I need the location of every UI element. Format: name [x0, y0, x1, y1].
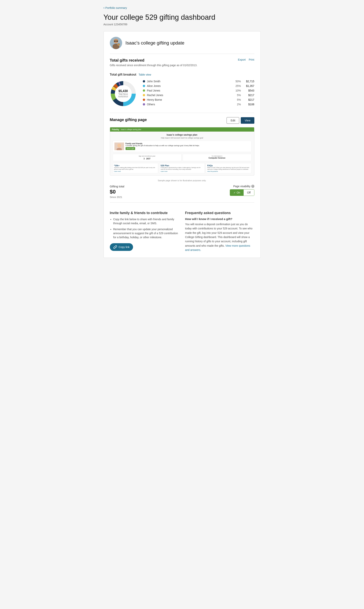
page-title: Your college 529 gifting dashboard — [104, 13, 261, 22]
legend-pct-3: 10% — [233, 89, 241, 92]
svg-point-7 — [117, 43, 119, 44]
legend-amount-1: $2,715 — [243, 80, 254, 83]
legend-dot-1 — [143, 80, 145, 82]
legend-row-1: John Smith 50% $2,715 — [143, 80, 254, 83]
avatar — [110, 37, 122, 49]
legend-name-6: Others — [147, 103, 231, 106]
preview-family-box: Family and friends Consider giving the g… — [113, 141, 251, 152]
edit-button[interactable]: Edit — [227, 117, 239, 124]
legend-dot-5 — [143, 99, 145, 101]
info-icon[interactable]: ? — [251, 185, 254, 188]
faq-answer-1: You will receive a deposit confirmation … — [185, 222, 254, 252]
toggle-off-button[interactable]: Off — [244, 189, 254, 196]
print-link[interactable]: Print — [249, 58, 254, 61]
preview-plan-sub: Help Isaac's 529 account reach its colle… — [113, 137, 251, 139]
faq-section: Frequently asked questions How will I kn… — [185, 211, 254, 252]
legend: John Smith 50% $2,715 Alice Jones 25% $1… — [143, 80, 254, 108]
legend-row-3: Paul Jones 10% $543 — [143, 89, 254, 92]
preview-interest-val: Computer Science — [184, 157, 250, 159]
card-header-title: Isaac's college gifting update — [126, 40, 184, 46]
legend-name-4: Rachel Jones — [147, 94, 231, 97]
legend-amount-2: $1,357 — [243, 84, 254, 87]
manage-gifting-btns: Edit View — [227, 117, 254, 124]
donut-center: $5,430 Total Since 01/02/2013 — [118, 89, 128, 98]
preview-bar-text: Isaac's college saving plan — [121, 129, 141, 130]
page-visibility-section: Page visability ? ✓ On Off — [230, 185, 254, 196]
invite-bullet-2: Remember that you can update your person… — [113, 227, 179, 239]
main-card: Isaac's college gifting update Total gif… — [104, 31, 261, 258]
export-link[interactable]: Export — [238, 58, 246, 61]
total-gifts-subtitle: Gifts received since enrollment through … — [110, 64, 197, 67]
invite-section: Invite family & friends to contribute Co… — [110, 211, 179, 252]
donut-amount: $5,430 — [118, 89, 128, 93]
preview-stat-2: 529 Plan A 529 plan is sponsored by a st… — [159, 163, 205, 173]
toggle-on-button[interactable]: ✓ On — [230, 189, 244, 196]
divider-1 — [110, 54, 254, 54]
legend-pct-4: 5% — [233, 94, 241, 97]
bottom-sections: Invite family & friends to contribute Co… — [110, 207, 254, 252]
breakout-header: Total gift breakout Table view — [110, 73, 254, 76]
gifting-since: Since 2021 — [110, 196, 124, 199]
preview-content: Isaac's college savings plan Help Isaac'… — [110, 132, 254, 175]
legend-amount-5: $217 — [243, 98, 254, 101]
checkmark-icon: ✓ — [234, 191, 236, 194]
legend-pct-1: 50% — [233, 80, 241, 83]
link-icon — [113, 245, 117, 249]
invite-bullet-1: Copy the link below to share with friend… — [113, 217, 179, 225]
svg-point-18 — [117, 144, 121, 148]
preview-family-text: Family and friends Consider giving the g… — [126, 143, 199, 150]
manage-gifting-title: Manage gifting page — [110, 118, 147, 122]
total-gifts-title: Total gifts received — [110, 58, 197, 63]
view-button[interactable]: View — [241, 117, 254, 124]
gifting-total-label: Gifting total — [110, 185, 124, 188]
preview-stats-row: *16k+ A person making gifts totaling mor… — [113, 163, 251, 173]
preview-fidelity-bar: Fidelity Isaac's college saving plan — [110, 127, 254, 132]
preview-stat-3: FAQs What is a link? When you start plan… — [206, 163, 251, 173]
donut-chart: $5,430 Total Since 01/02/2013 — [110, 80, 137, 107]
legend-name-2: Alice Jones — [147, 84, 231, 87]
svg-rect-3 — [116, 41, 118, 42]
legend-pct-6: 2% — [233, 103, 241, 106]
manage-gifting-header: Manage gifting page Edit View — [110, 117, 254, 124]
legend-dot-2 — [143, 85, 145, 87]
page-visibility-label: Page visability ? — [230, 185, 254, 188]
legend-amount-3: $543 — [243, 89, 254, 92]
legend-name-3: Paul Jones — [147, 89, 231, 92]
gifting-total-amount: $0 — [110, 189, 124, 195]
copy-link-label: Copy link — [119, 245, 130, 249]
legend-dot-6 — [143, 103, 145, 106]
preview-grid-interest: I'm interested in Computer Science — [183, 154, 251, 161]
fidelity-logo: Fidelity — [112, 128, 119, 131]
breakout-title: Total gift breakout — [110, 73, 136, 76]
total-gifts-header: Total gifts received Gifts received sinc… — [110, 58, 254, 70]
toggle-group: ✓ On Off — [230, 189, 254, 196]
gifting-total-section: Gifting total $0 Since 2021 — [110, 185, 124, 199]
legend-pct-2: 25% — [233, 84, 241, 87]
legend-row-6: Others 2% $108 — [143, 103, 254, 106]
page-preview: Fidelity Isaac's college saving plan Isa… — [110, 127, 254, 176]
table-view-link[interactable]: Table view — [139, 73, 151, 76]
svg-point-8 — [119, 43, 120, 44]
invite-title: Invite family & friends to contribute — [110, 211, 179, 215]
copy-link-button[interactable]: Copy link — [110, 243, 133, 251]
legend-row-2: Alice Jones 25% $1,357 — [143, 84, 254, 87]
invite-list: Copy the link below to share with friend… — [110, 217, 179, 239]
manage-gifting-section: Manage gifting page Edit View Fidelity I… — [110, 117, 254, 199]
legend-row-5: Henry Borne 5% $217 — [143, 98, 254, 101]
card-header: Isaac's college gifting update — [110, 37, 254, 49]
faq-title: Frequently asked questions — [185, 211, 254, 215]
svg-rect-2 — [114, 41, 116, 42]
preview-grid-age: Age and enrollment year 3 2037 — [113, 154, 182, 161]
chart-section: $5,430 Total Since 01/02/2013 John Smith… — [110, 80, 254, 108]
back-link[interactable]: Portfolio summary — [104, 6, 127, 10]
preview-stat-1: *16k+ A person making gifts totaling mor… — [113, 163, 158, 173]
preview-caption: Sample page shown is for illustrative pu… — [110, 179, 254, 182]
preview-year: 2037 — [146, 158, 150, 160]
preview-plan-title: Isaac's college savings plan — [113, 134, 251, 136]
legend-row-4: Rachel Jones 5% $217 — [143, 94, 254, 97]
divider-3 — [110, 202, 254, 203]
preview-gift-btn: Send a gift — [126, 147, 135, 150]
gifting-info-row: Gifting total $0 Since 2021 Page visabil… — [110, 185, 254, 199]
total-gifts-section: Total gifts received Gifts received sinc… — [110, 58, 254, 108]
account-number: Account 123456789 — [104, 23, 261, 26]
